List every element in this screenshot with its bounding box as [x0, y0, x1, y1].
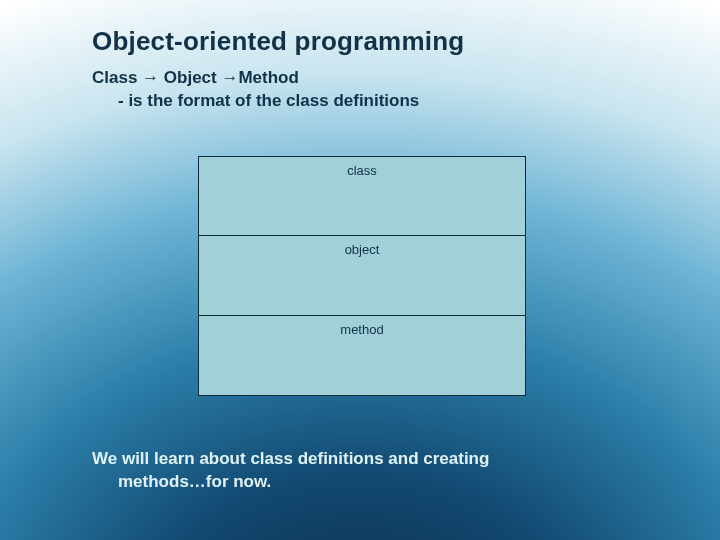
diagram-boxes: class object method [198, 156, 526, 396]
footer-line1: We will learn about class definitions an… [92, 449, 489, 468]
footer-text: We will learn about class definitions an… [92, 448, 652, 494]
box-method: method [198, 316, 526, 396]
subtitle-line2: - is the format of the class definitions [92, 90, 652, 113]
box-object: object [198, 236, 526, 316]
footer-line2: methods…for now. [92, 471, 652, 494]
box-class: class [198, 156, 526, 236]
subtitle-line1: Class → Object →Method [92, 68, 299, 87]
slide-title: Object-oriented programming [92, 26, 652, 57]
slide-subtitle: Class → Object →Method - is the format o… [92, 67, 652, 113]
slide-content: Object-oriented programming Class → Obje… [92, 26, 652, 113]
